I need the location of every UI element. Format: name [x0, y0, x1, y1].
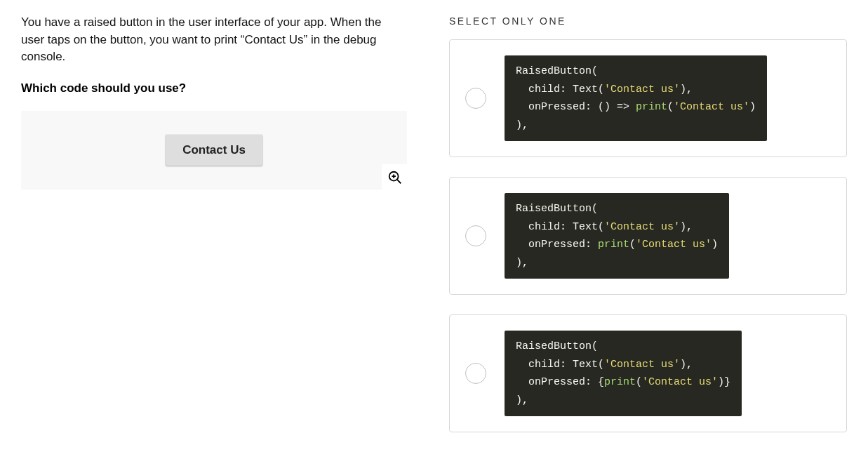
svg-line-1: [397, 180, 401, 183]
code-snippet: RaisedButton( child: Text('Contact us'),…: [505, 331, 742, 416]
answer-option[interactable]: RaisedButton( child: Text('Contact us'),…: [449, 39, 847, 157]
preview-raised-button: Contact Us: [166, 135, 262, 166]
code-snippet: RaisedButton( child: Text('Contact us'),…: [505, 55, 767, 141]
radio-button[interactable]: [465, 363, 486, 384]
question-description: You have a raised button in the user int…: [21, 14, 407, 66]
code-snippet: RaisedButton( child: Text('Contact us'),…: [505, 193, 729, 279]
question-column: You have a raised button in the user int…: [21, 14, 407, 452]
question-preview-image: Contact Us: [21, 111, 407, 190]
answer-option[interactable]: RaisedButton( child: Text('Contact us'),…: [449, 314, 847, 432]
question-prompt: Which code should you use?: [21, 81, 407, 95]
zoom-in-icon[interactable]: [382, 164, 408, 191]
radio-button[interactable]: [465, 88, 486, 109]
answers-column: SELECT ONLY ONE RaisedButton( child: Tex…: [449, 14, 847, 452]
answer-option[interactable]: RaisedButton( child: Text('Contact us'),…: [449, 177, 847, 295]
radio-button[interactable]: [465, 225, 486, 246]
answers-instruction: SELECT ONLY ONE: [449, 15, 847, 27]
